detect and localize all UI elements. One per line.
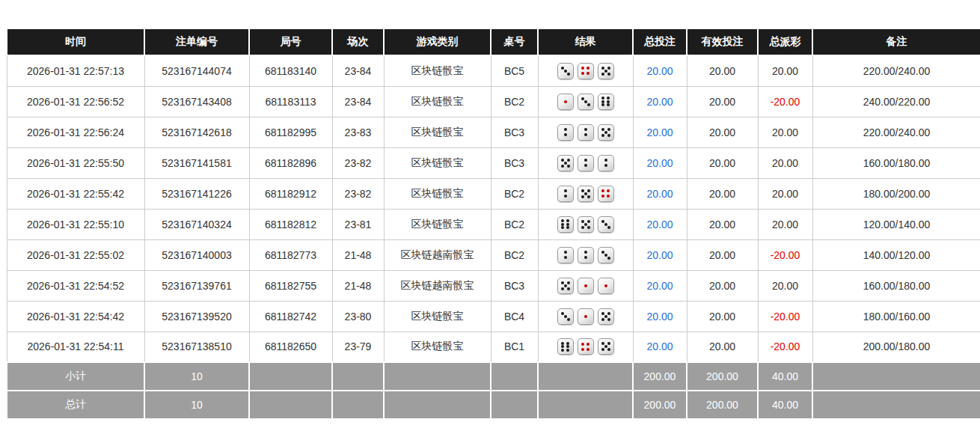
- subtotal-payout: 40.00: [758, 362, 812, 391]
- cell-total-bet[interactable]: 20.00: [633, 86, 687, 117]
- cell-session: 23-83: [332, 117, 384, 147]
- table-row: 2026-01-31 22:54:52 523167139761 6811827…: [7, 270, 980, 301]
- subtotal-total-bet: 200.00: [633, 362, 687, 391]
- cell-bet-id: 523167140003: [144, 239, 249, 270]
- cell-payout: 20.00: [758, 270, 812, 301]
- cell-table-no: BC2: [491, 239, 538, 270]
- cell-table-no: BC3: [491, 117, 538, 147]
- cell-total-bet[interactable]: 20.00: [633, 239, 687, 270]
- die-face-2-icon: [598, 155, 614, 171]
- cell-result: [538, 178, 633, 209]
- cell-bet-id: 523167141581: [144, 147, 249, 178]
- subtotal-label: 小计: [7, 362, 144, 391]
- table-header: 时间 注单编号 局号 场次 游戏类别 桌号 结果 总投注 有效投注 总派彩 备注: [7, 28, 980, 55]
- die-face-1-icon: [598, 278, 614, 294]
- cell-payout: 20.00: [758, 209, 812, 239]
- cell-total-bet[interactable]: 20.00: [633, 331, 687, 362]
- cell-valid-bet: 20.00: [687, 178, 758, 209]
- table-row: 2026-01-31 22:56:52 523167143408 6811831…: [7, 86, 980, 117]
- cell-table-no: BC2: [491, 178, 538, 209]
- cell-session: 23-79: [332, 331, 384, 362]
- cell-remark: 180.00/200.00: [812, 178, 980, 209]
- cell-time: 2026-01-31 22:55:50: [7, 147, 144, 178]
- grand-total-row: 总计 10 200.00 200.00 40.00: [7, 391, 980, 419]
- cell-table-no: BC3: [491, 147, 538, 178]
- cell-table-no: BC5: [491, 55, 538, 86]
- header-remark: 备注: [812, 28, 980, 55]
- cell-remark: 220.00/240.00: [812, 117, 980, 147]
- cell-session: 21-48: [332, 239, 384, 270]
- cell-valid-bet: 20.00: [687, 147, 758, 178]
- header-bet-id: 注单编号: [144, 28, 249, 55]
- die-face-1-icon: [578, 278, 594, 294]
- subtotal-row: 小计 10 200.00 200.00 40.00: [7, 362, 980, 391]
- cell-payout: -20.00: [758, 239, 812, 270]
- grand-total-payout: 40.00: [758, 391, 812, 419]
- die-face-4-icon: [578, 338, 594, 355]
- cell-remark: 140.00/120.00: [812, 239, 980, 270]
- cell-round-id: 681182912: [249, 178, 332, 209]
- cell-bet-id: 523167138510: [144, 331, 249, 362]
- die-face-3-icon: [598, 216, 614, 233]
- cell-bet-id: 523167140324: [144, 209, 249, 239]
- cell-bet-id: 523167139761: [144, 270, 249, 301]
- table-footer: 小计 10 200.00 200.00 40.00 总计 10 200.00 2…: [7, 362, 980, 419]
- cell-payout: -20.00: [758, 301, 812, 331]
- die-face-3-icon: [557, 308, 574, 325]
- cell-game-type: 区块链越南骰宝: [384, 239, 491, 270]
- cell-result: [538, 331, 633, 362]
- header-game-type: 游戏类别: [384, 28, 491, 55]
- cell-bet-id: 523167142618: [144, 117, 249, 147]
- cell-payout: 20.00: [758, 147, 812, 178]
- cell-table-no: BC4: [491, 301, 538, 331]
- cell-table-no: BC3: [491, 270, 538, 301]
- cell-result: [538, 117, 633, 147]
- bet-history-table: 时间 注单编号 局号 场次 游戏类别 桌号 结果 总投注 有效投注 总派彩 备注…: [6, 28, 980, 420]
- cell-table-no: BC2: [491, 209, 538, 239]
- header-total-bet: 总投注: [633, 28, 687, 55]
- table-row: 2026-01-31 22:56:24 523167142618 6811829…: [7, 117, 980, 147]
- cell-total-bet[interactable]: 20.00: [633, 55, 687, 86]
- die-face-2-icon: [578, 247, 594, 263]
- cell-game-type: 区块链骰宝: [384, 117, 491, 147]
- cell-bet-id: 523167144074: [144, 55, 249, 86]
- cell-total-bet[interactable]: 20.00: [633, 178, 687, 209]
- cell-total-bet[interactable]: 20.00: [633, 117, 687, 147]
- cell-round-id: 681182650: [249, 331, 332, 362]
- cell-total-bet[interactable]: 20.00: [633, 209, 687, 239]
- cell-total-bet[interactable]: 20.00: [633, 270, 687, 301]
- die-face-5-icon: [598, 338, 614, 355]
- dice-result: [557, 63, 614, 79]
- die-face-2-icon: [557, 124, 574, 141]
- table-row: 2026-01-31 22:55:42 523167141226 6811829…: [7, 178, 980, 209]
- grand-total-total-bet: 200.00: [633, 391, 687, 419]
- cell-bet-id: 523167143408: [144, 86, 249, 117]
- cell-session: 23-84: [332, 55, 384, 86]
- header-valid-bet: 有效投注: [687, 28, 758, 55]
- cell-game-type: 区块链骰宝: [384, 331, 491, 362]
- cell-remark: 160.00/180.00: [812, 147, 980, 178]
- die-face-5-icon: [578, 216, 594, 233]
- cell-payout: 20.00: [758, 117, 812, 147]
- table-row: 2026-01-31 22:57:13 523167144074 6811831…: [7, 55, 980, 86]
- table-row: 2026-01-31 22:55:50 523167141581 6811828…: [7, 147, 980, 178]
- die-face-2-icon: [557, 186, 574, 202]
- dice-result: [557, 308, 614, 325]
- cell-time: 2026-01-31 22:55:02: [7, 239, 144, 270]
- cell-result: [538, 55, 633, 86]
- die-face-5-icon: [598, 124, 614, 141]
- header-session: 场次: [332, 28, 384, 55]
- cell-valid-bet: 20.00: [687, 301, 758, 331]
- cell-payout: -20.00: [758, 86, 812, 117]
- cell-session: 23-80: [332, 301, 384, 331]
- cell-game-type: 区块链骰宝: [384, 147, 491, 178]
- cell-total-bet[interactable]: 20.00: [633, 301, 687, 331]
- cell-result: [538, 209, 633, 239]
- cell-total-bet[interactable]: 20.00: [633, 147, 687, 178]
- dice-result: [557, 247, 614, 263]
- cell-time: 2026-01-31 22:56:24: [7, 117, 144, 147]
- cell-round-id: 681182773: [249, 239, 332, 270]
- cell-round-id: 681182742: [249, 301, 332, 331]
- cell-payout: 20.00: [758, 55, 812, 86]
- grand-total-valid-bet: 200.00: [687, 391, 758, 419]
